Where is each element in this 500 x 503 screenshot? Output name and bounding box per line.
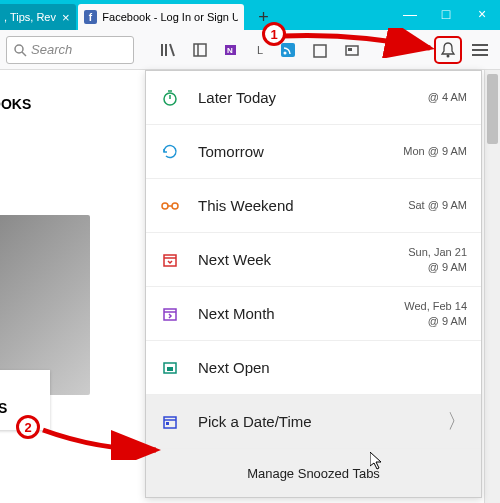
search-input[interactable]: Search — [6, 36, 134, 64]
manage-snoozed-button[interactable]: Manage Snoozed Tabs — [146, 449, 481, 497]
menu-button[interactable] — [466, 36, 494, 64]
svg-line-4 — [170, 44, 174, 56]
snooze-label: Pick a Date/Time — [198, 413, 312, 430]
svg-marker-32 — [370, 452, 381, 469]
close-icon[interactable]: × — [62, 10, 70, 25]
svg-rect-11 — [314, 45, 326, 57]
snooze-label: Next Open — [198, 359, 270, 376]
snooze-next-open[interactable]: Next Open — [146, 341, 481, 395]
snooze-dropdown: Later Today @ 4 AM Tomorrow Mon @ 9 AM T… — [145, 70, 482, 498]
snooze-tomorrow[interactable]: Tomorrow Mon @ 9 AM — [146, 125, 481, 179]
svg-point-14 — [447, 54, 450, 57]
minimize-button[interactable]: — — [392, 0, 428, 28]
rss-icon — [280, 42, 296, 58]
svg-rect-21 — [164, 255, 176, 266]
title-bar: , Tips, Rev × f Facebook - Log In or Sig… — [0, 0, 500, 30]
snooze-time: Mon @ 9 AM — [403, 144, 467, 158]
sidebar-button[interactable] — [186, 36, 214, 64]
svg-rect-29 — [166, 422, 169, 425]
snooze-label: This Weekend — [198, 197, 294, 214]
close-window-button[interactable]: × — [464, 0, 500, 28]
snooze-time: @ 4 AM — [428, 90, 467, 104]
snooze-tabs-button[interactable] — [434, 36, 462, 64]
svg-point-0 — [15, 45, 23, 53]
svg-rect-5 — [194, 44, 206, 56]
search-placeholder: Search — [31, 42, 72, 57]
stopwatch-icon — [160, 88, 180, 108]
separator-label: L — [250, 44, 270, 56]
snooze-pick-datetime[interactable]: Pick a Date/Time 〉 — [146, 395, 481, 449]
pocket-button[interactable] — [306, 36, 334, 64]
facebook-icon: f — [84, 10, 98, 24]
svg-point-18 — [162, 203, 168, 209]
snooze-weekend[interactable]: This Weekend Sat @ 9 AM — [146, 179, 481, 233]
sidebar-icon — [192, 42, 208, 58]
svg-point-10 — [284, 51, 287, 54]
annotation-callout-1: 1 — [262, 22, 286, 46]
tab-label: Facebook - Log In or Sign U — [102, 11, 237, 23]
snooze-label: Next Week — [198, 251, 271, 268]
pocket-icon — [312, 42, 328, 58]
snooze-next-month[interactable]: Next Month Wed, Feb 14 @ 9 AM — [146, 287, 481, 341]
onenote-icon: N — [224, 42, 240, 58]
article-image — [0, 215, 90, 395]
clock-arrow-icon — [160, 142, 180, 162]
svg-text:N: N — [227, 46, 233, 55]
scroll-thumb[interactable] — [487, 74, 498, 144]
snooze-label: Tomorrow — [198, 143, 264, 160]
annotation-callout-2: 2 — [16, 415, 40, 439]
snooze-label: Later Today — [198, 89, 276, 106]
window-icon — [160, 358, 180, 378]
svg-line-1 — [22, 52, 26, 56]
search-icon — [13, 43, 27, 57]
browser-tab[interactable]: , Tips, Rev × — [0, 4, 76, 30]
tab-label: , Tips, Rev — [4, 11, 56, 23]
svg-rect-13 — [348, 48, 352, 51]
snooze-later-today[interactable]: Later Today @ 4 AM — [146, 71, 481, 125]
cursor-icon — [370, 452, 386, 472]
toolbar: Search N L — [0, 30, 500, 70]
snooze-time: Sat @ 9 AM — [408, 198, 467, 212]
svg-rect-26 — [167, 367, 173, 371]
page-content: OOKS S VIEW ALL Later Today @ 4 AM Tomor… — [0, 70, 500, 503]
calendar-down-icon — [160, 250, 180, 270]
page-heading: OOKS — [0, 96, 31, 112]
onenote-button[interactable]: N — [218, 36, 246, 64]
scrollbar[interactable] — [484, 70, 500, 503]
calendar-pick-icon — [160, 412, 180, 432]
maximize-button[interactable]: □ — [428, 0, 464, 28]
snooze-label: Next Month — [198, 305, 275, 322]
sunglasses-icon — [160, 196, 180, 216]
chevron-right-icon: 〉 — [447, 408, 467, 435]
screenshot-icon — [344, 42, 360, 58]
snooze-time: Sun, Jan 21 @ 9 AM — [408, 245, 467, 274]
library-button[interactable] — [154, 36, 182, 64]
svg-rect-27 — [164, 417, 176, 428]
browser-tab[interactable]: f Facebook - Log In or Sign U — [78, 4, 244, 30]
bell-icon — [439, 41, 457, 59]
snooze-next-week[interactable]: Next Week Sun, Jan 21 @ 9 AM — [146, 233, 481, 287]
svg-point-19 — [172, 203, 178, 209]
library-icon — [160, 42, 176, 58]
screenshot-button[interactable] — [338, 36, 366, 64]
snooze-time: Wed, Feb 14 @ 9 AM — [404, 299, 467, 328]
calendar-forward-icon — [160, 304, 180, 324]
